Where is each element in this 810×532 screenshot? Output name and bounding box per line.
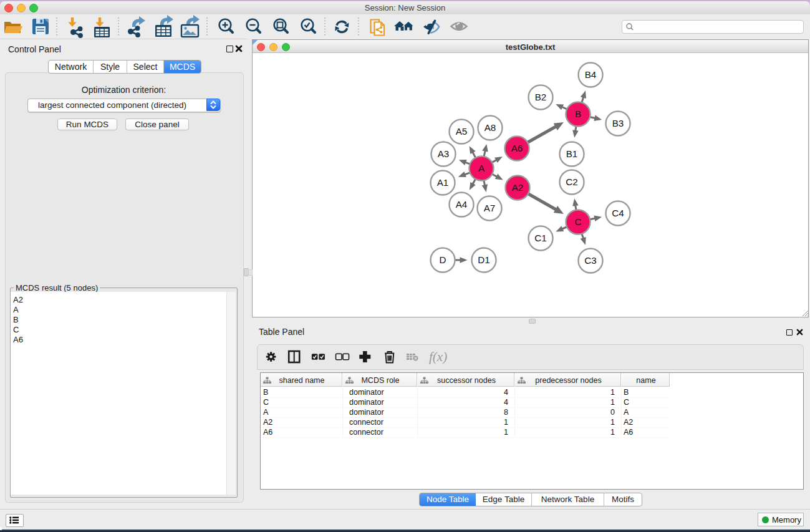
svg-text:A4: A4: [456, 199, 468, 210]
svg-text:B2: B2: [535, 92, 547, 102]
svg-text:A3: A3: [438, 148, 450, 159]
svg-text:C3: C3: [584, 255, 596, 266]
svg-text:A1: A1: [437, 177, 449, 188]
svg-text:D1: D1: [478, 254, 489, 265]
svg-text:A: A: [478, 163, 485, 173]
svg-text:B4: B4: [585, 69, 597, 80]
svg-text:C: C: [575, 216, 582, 227]
svg-text:A2: A2: [512, 182, 524, 193]
svg-text:A5: A5: [456, 126, 468, 137]
svg-text:C1: C1: [534, 233, 546, 243]
svg-text:A8: A8: [485, 122, 496, 133]
svg-text:B1: B1: [566, 148, 578, 159]
svg-text:D: D: [440, 254, 446, 265]
svg-text:C4: C4: [612, 208, 624, 218]
svg-text:B3: B3: [612, 118, 624, 128]
svg-text:B: B: [575, 109, 581, 119]
svg-text:C2: C2: [566, 177, 577, 187]
svg-text:A6: A6: [511, 143, 523, 153]
svg-text:A7: A7: [484, 203, 496, 213]
svg-text:f(x): f(x): [429, 349, 447, 364]
